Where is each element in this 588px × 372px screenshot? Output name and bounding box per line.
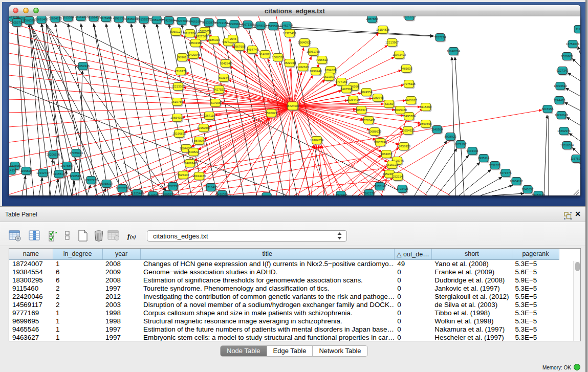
svg-text:9146821: 9146821 [259, 53, 271, 56]
svg-text:1615132: 1615132 [386, 163, 398, 166]
svg-text:12213363: 12213363 [171, 85, 185, 88]
svg-text:12213967: 12213967 [385, 41, 399, 44]
svg-text:7485003: 7485003 [401, 67, 413, 70]
svg-text:7625402: 7625402 [178, 173, 189, 177]
svg-text:8186323: 8186323 [208, 38, 221, 41]
svg-text:12342737: 12342737 [36, 171, 50, 174]
svg-text:7632621: 7632621 [489, 164, 501, 167]
svg-text:6497568: 6497568 [341, 87, 353, 91]
svg-text:16914479: 16914479 [192, 174, 206, 178]
svg-text:9463627: 9463627 [405, 99, 417, 102]
svg-text:417006: 417006 [210, 101, 221, 104]
svg-text:2718176: 2718176 [175, 70, 187, 73]
svg-text:13716485: 13716485 [204, 186, 218, 189]
svg-text:7515526: 7515526 [268, 25, 280, 28]
svg-text:97848018: 97848018 [254, 24, 268, 27]
svg-text:1527602: 1527602 [176, 19, 188, 23]
svg-text:1117: 1117 [576, 28, 580, 31]
svg-text:15751074: 15751074 [566, 42, 580, 46]
svg-text:16136141: 16136141 [373, 185, 386, 188]
svg-text:10719155: 10719155 [215, 21, 229, 25]
svg-text:7955812: 7955812 [316, 58, 328, 61]
svg-text:19166825: 19166825 [172, 132, 186, 135]
svg-text:6475255: 6475255 [100, 16, 113, 19]
svg-text:4896383: 4896383 [261, 195, 273, 195]
svg-text:10756928: 10756928 [397, 145, 411, 148]
svg-text:8938923: 8938923 [445, 135, 457, 138]
svg-text:1615594: 1615594 [62, 16, 75, 19]
svg-text:11923446: 11923446 [130, 192, 144, 195]
svg-text:10688639: 10688639 [368, 130, 381, 133]
svg-text:6879197: 6879197 [455, 143, 467, 146]
svg-text:8912954: 8912954 [184, 32, 197, 35]
svg-text:10975867: 10975867 [60, 164, 74, 167]
svg-text:7886372: 7886372 [356, 108, 367, 112]
svg-text:19654923: 19654923 [170, 116, 184, 119]
svg-text:2935114: 2935114 [478, 157, 490, 160]
svg-text:14055724: 14055724 [10, 21, 24, 24]
svg-text:20053346: 20053346 [76, 64, 90, 68]
svg-text:8386379: 8386379 [24, 19, 35, 22]
svg-text:1733426: 1733426 [397, 187, 409, 190]
svg-text:8960124: 8960124 [170, 30, 183, 33]
svg-text:3267110: 3267110 [204, 114, 215, 117]
svg-text:9657791: 9657791 [167, 185, 179, 188]
svg-text:16648784: 16648784 [447, 50, 461, 53]
svg-text:28809570: 28809570 [161, 193, 175, 195]
svg-text:1145519: 1145519 [53, 172, 65, 176]
svg-text:9327508: 9327508 [196, 35, 208, 38]
svg-text:1244415: 1244415 [554, 99, 566, 102]
svg-text:72423884: 72423884 [162, 19, 176, 22]
svg-text:1621072: 1621072 [323, 75, 335, 78]
svg-text:9115460: 9115460 [420, 105, 432, 108]
svg-text:7816184: 7816184 [75, 16, 88, 18]
svg-text:1588520: 1588520 [272, 56, 285, 59]
svg-text:803144: 803144 [219, 76, 229, 79]
svg-text:(x): (x) [130, 234, 136, 240]
svg-text:13353594: 13353594 [197, 126, 211, 129]
svg-text:8215955: 8215955 [542, 107, 554, 111]
svg-text:11325419: 11325419 [283, 32, 296, 35]
svg-text:18724007: 18724007 [286, 104, 299, 107]
svg-text:12093822: 12093822 [554, 84, 567, 87]
svg-text:17359924: 17359924 [70, 151, 83, 155]
svg-text:10958107: 10958107 [100, 182, 113, 185]
svg-text:1080748: 1080748 [372, 96, 384, 99]
svg-text:16782759: 16782759 [116, 187, 129, 190]
svg-text:17016504: 17016504 [560, 144, 574, 147]
svg-text:9899695: 9899695 [420, 122, 432, 125]
svg-text:16033809: 16033809 [403, 16, 416, 18]
svg-text:93103413: 93103413 [87, 16, 101, 19]
svg-text:887834: 887834 [194, 139, 204, 142]
svg-text:6466160: 6466160 [189, 20, 202, 23]
svg-text:1530023: 1530023 [266, 112, 278, 115]
svg-text:1640954: 1640954 [431, 128, 444, 131]
svg-text:16640910: 16640910 [298, 41, 312, 44]
svg-text:9242848: 9242848 [220, 62, 232, 65]
svg-text:7357274: 7357274 [434, 36, 447, 39]
svg-text:3824554: 3824554 [361, 91, 373, 94]
svg-text:8148932: 8148932 [147, 194, 159, 195]
svg-text:16409348: 16409348 [183, 162, 197, 165]
svg-text:15720407: 15720407 [362, 119, 375, 122]
svg-text:20206536: 20206536 [47, 153, 60, 156]
svg-text:549822: 549822 [188, 150, 199, 154]
svg-text:1362615: 1362615 [297, 65, 310, 69]
svg-text:17957273: 17957273 [84, 179, 98, 182]
svg-text:62160: 62160 [385, 102, 394, 105]
svg-text:9245652: 9245652 [522, 188, 534, 191]
svg-text:16543382: 16543382 [189, 41, 202, 45]
svg-text:64835030: 64835030 [124, 17, 138, 20]
svg-text:1226916: 1226916 [229, 23, 241, 26]
svg-text:6794028: 6794028 [325, 69, 337, 72]
svg-text:19384554: 19384554 [310, 139, 324, 142]
svg-text:3822037: 3822037 [284, 61, 296, 64]
svg-text:65787133: 65787133 [532, 193, 546, 195]
svg-text:13654923: 13654923 [401, 129, 415, 132]
svg-text:7182278: 7182278 [363, 192, 376, 195]
svg-text:20364436: 20364436 [346, 98, 360, 101]
svg-text:1156829: 1156829 [20, 169, 32, 172]
svg-text:16671355: 16671355 [241, 23, 255, 26]
svg-text:9084067: 9084067 [381, 152, 393, 156]
svg-text:18807249: 18807249 [374, 141, 387, 144]
